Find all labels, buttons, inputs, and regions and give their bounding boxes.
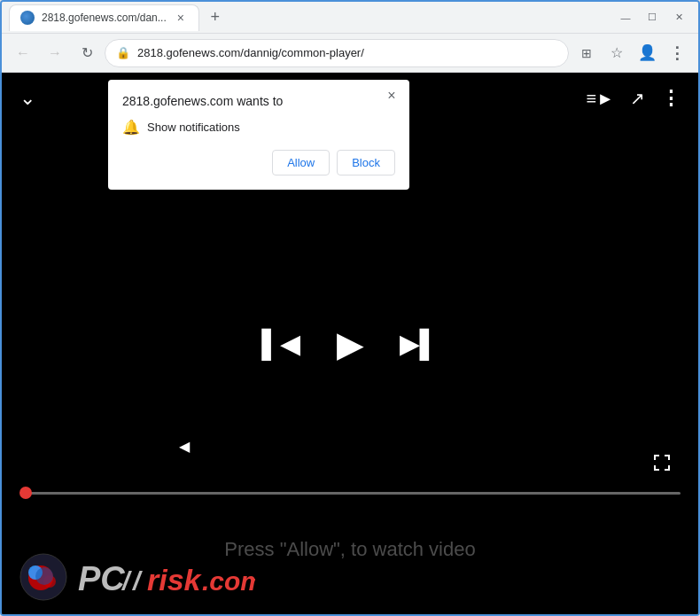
bell-icon: 🔔 (122, 119, 140, 136)
skip-previous-button[interactable]: ▌◀ (261, 328, 300, 359)
menu-button[interactable]: ⋮ (663, 39, 691, 67)
nav-bar: ← → ↻ 🔒 2818.gofenews.com/dannig/common-… (2, 34, 698, 73)
lock-icon: 🔒 (116, 46, 130, 59)
address-bar[interactable]: 🔒 2818.gofenews.com/dannig/common-player… (105, 39, 569, 67)
svg-point-4 (35, 567, 53, 585)
nav-right-buttons: ⊞ ☆ 👤 ⋮ (572, 39, 691, 67)
apps-icon: ⊞ (581, 46, 592, 60)
popup-close-button[interactable]: × (383, 87, 401, 105)
progress-track (30, 492, 681, 495)
browser-window: 2818.gofenews.com/dan... × + — ☐ ✕ ← → ↻… (0, 0, 700, 616)
close-button[interactable]: ✕ (666, 8, 691, 27)
share-icon[interactable]: ↗ (630, 88, 645, 109)
active-tab[interactable]: 2818.gofenews.com/dan... × (9, 4, 199, 31)
player-main-controls: ▌◀ ▶ ▶▌ (261, 324, 439, 364)
allow-button[interactable]: Allow (272, 150, 330, 175)
player-top-right: ≡► ↗ ⋮ (587, 87, 681, 110)
tab-favicon (20, 11, 35, 25)
tab-area: 2818.gofenews.com/dan... × + (9, 4, 608, 31)
svg-text:/: / (131, 566, 143, 596)
svg-text:/: / (121, 566, 132, 596)
title-bar: 2818.gofenews.com/dan... × + — ☐ ✕ (2, 2, 698, 34)
svg-text:risk: risk (147, 563, 203, 597)
svg-text:.com: .com (202, 566, 255, 596)
forward-button[interactable]: → (41, 39, 69, 67)
block-button[interactable]: Block (337, 150, 395, 175)
url-text: 2818.gofenews.com/dannig/common-player/ (137, 46, 557, 59)
progress-dot (19, 487, 32, 499)
bookmark-button[interactable]: ☆ (603, 39, 631, 67)
popup-buttons: Allow Block (122, 150, 395, 175)
maximize-button[interactable]: ☐ (640, 8, 665, 27)
svg-text:PC: PC (78, 560, 125, 597)
back-icon: ← (16, 45, 30, 61)
skip-next-button[interactable]: ▶▌ (400, 328, 439, 359)
play-button[interactable]: ▶ (337, 324, 364, 364)
refresh-icon: ↻ (82, 44, 93, 61)
page-content: ⌄ ≡► ↗ ⋮ ▌◀ ▶ ▶▌ ◀ (2, 73, 698, 614)
forward-icon: → (48, 45, 62, 61)
logo-area: PC / / risk .com (2, 539, 698, 614)
more-vert-icon[interactable]: ⋮ (661, 87, 681, 110)
fullscreen-button[interactable] (652, 453, 672, 477)
menu-icon: ⋮ (669, 43, 685, 63)
popup-title: 2818.gofenews.com wants to (122, 94, 395, 108)
chevron-down-icon[interactable]: ⌄ (19, 87, 35, 110)
account-button[interactable]: 👤 (633, 39, 661, 67)
account-icon: 👤 (638, 43, 657, 62)
window-controls: — ☐ ✕ (613, 8, 691, 27)
minimize-button[interactable]: — (613, 8, 638, 27)
cursor: ◀ (179, 438, 190, 455)
popup-notification-row: 🔔 Show notifications (122, 119, 395, 136)
show-notifications-text: Show notifications (147, 121, 240, 134)
progress-bar[interactable] (19, 487, 681, 499)
refresh-button[interactable]: ↻ (73, 39, 101, 67)
apps-button[interactable]: ⊞ (572, 39, 601, 67)
back-button[interactable]: ← (9, 39, 37, 67)
player-bottom-area (2, 487, 698, 499)
star-icon: ☆ (611, 44, 623, 61)
tab-close-button[interactable]: × (174, 11, 188, 25)
logo-icon (19, 553, 67, 601)
logo-text: PC / / risk .com (78, 553, 255, 601)
queue-icon[interactable]: ≡► (587, 89, 614, 109)
notification-popup: × 2818.gofenews.com wants to 🔔 Show noti… (108, 80, 409, 190)
tab-title: 2818.gofenews.com/dan... (42, 12, 167, 24)
new-tab-button[interactable]: + (203, 5, 228, 30)
